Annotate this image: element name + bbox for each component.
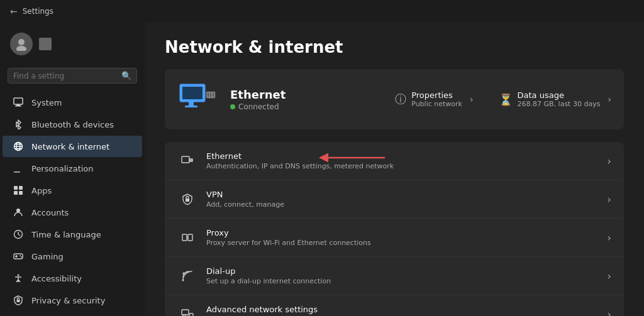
svg-rect-42: [188, 234, 192, 241]
system-icon: [13, 97, 24, 108]
sidebar-item-label: Accessibility: [31, 274, 82, 283]
search-box[interactable]: 🔍: [8, 68, 137, 84]
svg-rect-11: [14, 186, 18, 190]
svg-rect-49: [189, 313, 193, 316]
proxy-row-text: ProxyProxy server for Wi-Fi and Ethernet…: [206, 228, 608, 247]
vpn-row-sub: Add, connect, manage: [206, 200, 608, 209]
sidebar-item-label: Accounts: [31, 208, 69, 217]
data-usage-chevron: ›: [608, 94, 611, 104]
svg-point-0: [18, 39, 25, 45]
svg-rect-27: [182, 87, 203, 99]
settings-row-ethernet[interactable]: EthernetAuthentication, IP and DNS setti…: [165, 142, 624, 180]
hero-card: Ethernet Connected ⓘ Properties Public n…: [165, 69, 624, 129]
sidebar-item-accounts[interactable]: Accounts: [3, 202, 142, 223]
proxy-row-chevron: ›: [608, 232, 611, 244]
svg-rect-2: [14, 98, 23, 104]
sidebar-item-bluetooth[interactable]: Bluetooth & devices: [3, 114, 142, 135]
page-title: Network & internet: [165, 38, 624, 57]
svg-point-15: [16, 209, 20, 212]
sidebar-item-gaming[interactable]: Gaming: [3, 246, 142, 267]
sidebar: 🔍 SystemBluetooth & devicesNetwork & int…: [0, 23, 145, 316]
avatar-square: [39, 38, 52, 50]
vpn-row-text: VPNAdd, connect, manage: [206, 190, 608, 209]
data-usage-icon: ⏳: [499, 93, 513, 106]
properties-sub: Public network: [411, 100, 462, 108]
back-button[interactable]: ←: [10, 6, 18, 16]
sidebar-user: [0, 28, 145, 65]
sidebar-item-label: Time & language: [31, 230, 101, 239]
sidebar-item-label: Bluetooth & devices: [31, 120, 114, 129]
properties-label: Properties: [411, 90, 462, 100]
advanced-row-title: Advanced network settings: [206, 305, 608, 314]
settings-row-advanced[interactable]: Advanced network settingsView all networ…: [165, 295, 624, 316]
sidebar-item-label: Personalization: [31, 164, 94, 173]
dialup-row-text: Dial-upSet up a dial-up internet connect…: [206, 266, 608, 285]
sidebar-item-label: Gaming: [31, 252, 64, 261]
sidebar-item-accessibility[interactable]: Accessibility: [3, 268, 142, 289]
settings-list: EthernetAuthentication, IP and DNS setti…: [165, 142, 624, 316]
sidebar-item-privacy[interactable]: Privacy & security: [3, 290, 142, 311]
bluetooth-icon: [13, 119, 24, 130]
sidebar-item-time[interactable]: Time & language: [3, 224, 142, 245]
svg-rect-13: [14, 191, 18, 195]
vpn-row-title: VPN: [206, 190, 608, 199]
ethernet-row-text: EthernetAuthentication, IP and DNS setti…: [206, 151, 608, 170]
ethernet-row-chevron: ›: [608, 155, 611, 167]
network-icon: [13, 141, 24, 152]
svg-rect-40: [186, 199, 189, 202]
vpn-row-icon: [177, 189, 197, 209]
settings-row-vpn[interactable]: VPNAdd, connect, manage›: [165, 180, 624, 219]
svg-rect-32: [210, 93, 211, 97]
ethernet-row-sub: Authentication, IP and DNS settings, met…: [206, 162, 608, 170]
sidebar-item-label: Network & internet: [31, 142, 109, 151]
svg-rect-14: [19, 191, 23, 195]
svg-rect-3: [16, 104, 20, 106]
sidebar-item-personalization[interactable]: Personalization: [3, 158, 142, 179]
sidebar-items: SystemBluetooth & devicesNetwork & inter…: [0, 91, 145, 316]
vpn-row-chevron: ›: [608, 193, 611, 205]
avatar: [10, 33, 33, 55]
hero-datausage-action[interactable]: ⏳ Data usage 268.87 GB, last 30 days ›: [499, 90, 611, 108]
svg-rect-28: [189, 102, 194, 106]
properties-chevron: ›: [470, 94, 474, 104]
settings-row-dialup[interactable]: Dial-upSet up a dial-up internet connect…: [165, 257, 624, 295]
hero-properties-info: Properties Public network: [411, 90, 462, 108]
hero-actions: ⓘ Properties Public network › ⏳ Data usa…: [395, 90, 611, 108]
sidebar-item-network[interactable]: Network & internet: [3, 136, 142, 157]
svg-point-44: [182, 280, 184, 281]
hero-info: Ethernet Connected: [230, 88, 382, 111]
status-dot: [230, 104, 235, 109]
accessibility-icon: [13, 273, 24, 284]
accounts-icon: [13, 207, 24, 218]
proxy-row-icon: [177, 227, 197, 248]
data-usage-sub: 268.87 GB, last 30 days: [518, 100, 601, 108]
sidebar-item-label: Privacy & security: [31, 296, 105, 305]
settings-row-proxy[interactable]: ProxyProxy server for Wi-Fi and Ethernet…: [165, 219, 624, 257]
proxy-row-title: Proxy: [206, 228, 608, 237]
sidebar-item-label: Apps: [31, 186, 52, 195]
svg-rect-33: [213, 93, 214, 97]
main-layout: 🔍 SystemBluetooth & devicesNetwork & int…: [0, 23, 644, 316]
gaming-icon: [13, 251, 24, 262]
personalization-icon: [13, 163, 24, 174]
svg-rect-10: [14, 172, 20, 173]
search-input[interactable]: [13, 72, 118, 80]
properties-icon: ⓘ: [395, 92, 406, 107]
title-bar: ← Settings: [0, 0, 644, 23]
hero-status: Connected: [230, 102, 382, 111]
hero-datausage-info: Data usage 268.87 GB, last 30 days: [518, 90, 601, 108]
svg-line-18: [18, 234, 20, 236]
sidebar-item-update[interactable]: Windows Update: [3, 312, 142, 316]
hero-properties-action[interactable]: ⓘ Properties Public network ›: [395, 90, 473, 108]
dialup-row-title: Dial-up: [206, 266, 608, 276]
search-icon: 🔍: [121, 71, 131, 80]
data-usage-label: Data usage: [518, 90, 601, 100]
svg-point-24: [18, 275, 19, 276]
svg-rect-12: [19, 186, 23, 190]
sidebar-item-system[interactable]: System: [3, 92, 142, 113]
advanced-row-chevron: ›: [608, 308, 611, 317]
title-bar-label: Settings: [23, 7, 53, 16]
proxy-row-sub: Proxy server for Wi-Fi and Ethernet conn…: [206, 239, 608, 247]
dialup-row-chevron: ›: [608, 270, 611, 282]
sidebar-item-apps[interactable]: Apps: [3, 180, 142, 201]
